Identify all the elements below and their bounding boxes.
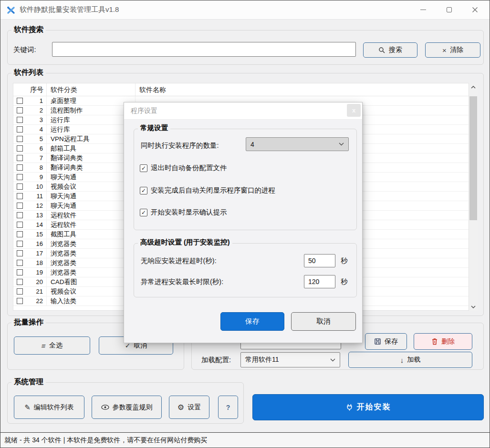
column-name: 软件名称 bbox=[136, 83, 469, 96]
row-checkbox[interactable] bbox=[17, 107, 23, 113]
row-first-cell: 11 bbox=[13, 192, 47, 201]
row-category: 输入法类 bbox=[47, 296, 136, 305]
row-checkbox[interactable] bbox=[17, 98, 23, 104]
row-checkbox[interactable] bbox=[17, 279, 23, 285]
app-tools-icon bbox=[7, 6, 15, 14]
row-first-cell: 7 bbox=[13, 153, 47, 163]
row-checkbox[interactable] bbox=[17, 212, 23, 218]
config-load-button[interactable]: ↓ 加载 bbox=[348, 352, 472, 368]
profile-dropdown[interactable]: 常用软件11 bbox=[240, 352, 340, 367]
unresponsive-timeout-label: 无响应安装进程超时(秒): bbox=[141, 256, 217, 265]
help-button[interactable]: ? bbox=[218, 396, 238, 419]
minimize-button[interactable] bbox=[420, 7, 427, 13]
clear-button-label: 清除 bbox=[450, 46, 463, 54]
row-first-cell: 16 bbox=[13, 239, 47, 248]
scrollbar-down-icon[interactable] bbox=[469, 303, 478, 311]
dialog-save-button[interactable]: 保存 bbox=[220, 312, 284, 331]
row-checkbox[interactable] bbox=[17, 203, 23, 209]
row-index: 22 bbox=[23, 297, 46, 305]
confirm-prompt-checkbox[interactable]: 开始安装时显示确认提示 bbox=[140, 208, 227, 217]
override-rules-button[interactable]: 参数覆盖规则 bbox=[92, 396, 162, 419]
trash-icon bbox=[431, 338, 438, 345]
max-install-time-input[interactable] bbox=[304, 275, 335, 288]
dialog-cancel-button[interactable]: 取消 bbox=[291, 312, 356, 331]
config-delete-button[interactable]: 删除 bbox=[414, 333, 472, 350]
row-index: 17 bbox=[23, 250, 46, 257]
software-list-title: 软件列表 bbox=[11, 68, 46, 78]
row-index: 3 bbox=[23, 116, 46, 123]
backup-config-checkbox[interactable]: 退出时自动备份配置文件 bbox=[140, 163, 227, 173]
row-category: CAD看图 bbox=[47, 277, 136, 286]
config-save-button[interactable]: 保存 bbox=[365, 333, 407, 350]
row-index: 16 bbox=[23, 240, 46, 247]
edit-software-list-button[interactable]: ✎ 编辑软件列表 bbox=[14, 396, 84, 419]
row-checkbox[interactable] bbox=[17, 231, 23, 237]
row-category: 远程软件 bbox=[47, 211, 136, 220]
dialog-title: 程序设置 bbox=[131, 107, 157, 115]
row-index: 8 bbox=[23, 164, 46, 171]
row-checkbox[interactable] bbox=[17, 136, 23, 142]
window-title: 软件静默批量安装管理工具v1.8 bbox=[20, 5, 119, 14]
row-category: 浏览器类 bbox=[47, 249, 136, 258]
keyword-input[interactable] bbox=[52, 42, 356, 57]
row-checkbox[interactable] bbox=[17, 117, 23, 123]
settings-dialog: 程序设置 x 常规设置 同时执行安装程序的数量: 4 退出时自动备份配置文件 bbox=[124, 102, 363, 343]
maximize-button[interactable] bbox=[446, 7, 452, 13]
row-checkbox[interactable] bbox=[17, 260, 23, 266]
row-checkbox[interactable] bbox=[17, 145, 23, 152]
row-checkbox[interactable] bbox=[17, 164, 23, 171]
row-index: 7 bbox=[23, 154, 46, 162]
row-category: 远程软件 bbox=[47, 220, 136, 229]
row-first-cell: 9 bbox=[13, 173, 47, 182]
concurrent-dropdown[interactable]: 4 bbox=[246, 137, 349, 151]
row-category: 浏览器类 bbox=[47, 268, 136, 277]
max-install-time-unit: 秒 bbox=[341, 277, 348, 286]
scrollbar-up-icon[interactable] bbox=[469, 83, 478, 91]
search-section-title: 软件搜索 bbox=[11, 25, 46, 35]
row-category: 运行库 bbox=[47, 115, 136, 124]
row-checkbox[interactable] bbox=[17, 155, 23, 161]
row-checkbox[interactable] bbox=[17, 298, 23, 304]
timeout-settings-group: 高级超时设置 (用于安装监控) 无响应安装进程超时(秒): 秒 异常进程安装最长… bbox=[134, 243, 357, 297]
row-checkbox[interactable] bbox=[17, 250, 23, 256]
max-install-time-label: 异常进程安装最长时限(秒): bbox=[141, 277, 223, 286]
row-category: 聊天沟通 bbox=[47, 201, 136, 210]
row-index: 2 bbox=[23, 107, 46, 114]
row-checkbox[interactable] bbox=[17, 241, 23, 247]
row-checkbox[interactable] bbox=[17, 288, 23, 295]
row-first-cell: 22 bbox=[13, 296, 47, 305]
general-settings-title: 常规设置 bbox=[138, 123, 170, 132]
minimize-icon bbox=[420, 10, 426, 10]
search-button[interactable]: 搜索 bbox=[363, 42, 417, 58]
row-index: 15 bbox=[23, 231, 46, 238]
clear-button[interactable]: × 清除 bbox=[425, 42, 480, 58]
list-scrollbar[interactable] bbox=[469, 83, 478, 311]
row-category: 运行库 bbox=[47, 125, 136, 134]
row-checkbox[interactable] bbox=[17, 174, 23, 180]
config-save-label: 保存 bbox=[385, 337, 398, 346]
checkbox-checked-icon bbox=[140, 187, 147, 194]
row-checkbox[interactable] bbox=[17, 183, 23, 190]
row-checkbox[interactable] bbox=[17, 126, 23, 132]
dialog-close-button[interactable]: x bbox=[347, 104, 361, 117]
select-all-button[interactable]: ≡ 全选 bbox=[14, 336, 90, 355]
row-index: 21 bbox=[23, 288, 46, 295]
dialog-save-label: 保存 bbox=[245, 317, 260, 326]
row-checkbox[interactable] bbox=[17, 193, 23, 199]
keyword-label: 关键词: bbox=[13, 45, 36, 54]
unresponsive-timeout-input[interactable] bbox=[304, 254, 335, 267]
row-category: 浏览器类 bbox=[47, 258, 136, 267]
row-checkbox[interactable] bbox=[17, 269, 23, 275]
row-category: VPN远程工具 bbox=[47, 134, 136, 143]
start-install-button[interactable]: 开始安装 bbox=[252, 394, 484, 420]
row-index: 6 bbox=[23, 145, 46, 152]
close-window-process-checkbox[interactable]: 安装完成后自动关闭显示程序窗口的进程 bbox=[140, 186, 275, 195]
settings-button[interactable]: ⚙ 设置 bbox=[169, 396, 209, 419]
table-header: 序号 软件分类 软件名称 bbox=[13, 83, 469, 96]
row-category: 邮箱工具 bbox=[47, 144, 136, 153]
concurrent-label: 同时执行安装程序的数量: bbox=[141, 141, 219, 150]
close-button[interactable] bbox=[471, 7, 478, 13]
row-checkbox[interactable] bbox=[17, 222, 23, 228]
download-icon: ↓ bbox=[400, 356, 404, 364]
scrollbar-thumb[interactable] bbox=[469, 96, 477, 220]
